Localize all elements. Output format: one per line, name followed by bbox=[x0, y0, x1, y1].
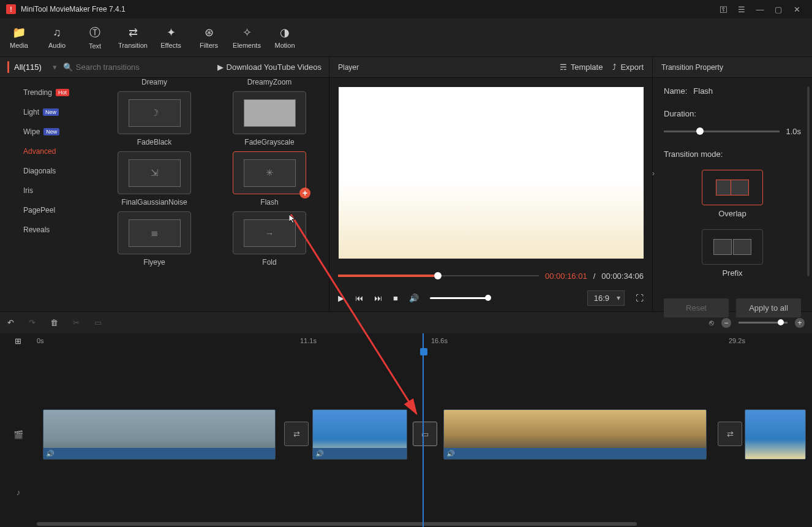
aspect-ratio-select[interactable]: 16:9 bbox=[587, 290, 625, 306]
spacer-track bbox=[0, 348, 812, 406]
apply-all-button[interactable]: Apply to all bbox=[736, 298, 801, 317]
tool-filters[interactable]: ⊛Filters bbox=[190, 18, 228, 56]
timeline-scrollbar[interactable] bbox=[0, 521, 812, 527]
add-track-icon[interactable]: ⊞ bbox=[15, 336, 21, 346]
mode-prefix-label: Prefix bbox=[722, 268, 742, 278]
reset-button[interactable]: Reset bbox=[664, 298, 729, 317]
close-icon[interactable]: ✕ bbox=[788, 5, 806, 14]
template-icon: ☴ bbox=[560, 63, 567, 72]
zoom-slider[interactable] bbox=[739, 322, 788, 324]
category-reveals[interactable]: Reveals bbox=[0, 220, 95, 240]
transition-label: Flyeye bbox=[143, 258, 165, 267]
transition-finalgaussiannoise[interactable]: ⇲FinalGaussianNoise bbox=[101, 151, 208, 207]
prev-icon[interactable]: ⏮ bbox=[355, 294, 363, 303]
crop-icon[interactable]: ▭ bbox=[94, 318, 102, 327]
clip-3[interactable]: 🔊 bbox=[443, 409, 707, 460]
progress-track[interactable] bbox=[338, 275, 539, 276]
timeline-ruler[interactable]: ⊞ 0s 11.1s 16.6s 29.2s bbox=[0, 333, 812, 348]
cut-icon[interactable]: ✂ bbox=[73, 318, 80, 327]
tool-media[interactable]: 📁Media bbox=[0, 18, 38, 56]
clip-1[interactable]: 🔊 bbox=[43, 409, 276, 460]
volume-slider[interactable] bbox=[430, 297, 488, 299]
search-input[interactable] bbox=[76, 63, 179, 72]
transition-fadeblack[interactable]: ☽FadeBlack bbox=[101, 91, 208, 146]
clip-4[interactable] bbox=[745, 409, 806, 460]
tool-audio[interactable]: ♫Audio bbox=[38, 18, 76, 56]
add-icon[interactable]: + bbox=[299, 188, 310, 199]
text-icon: Ⓣ bbox=[89, 25, 100, 40]
category-iris[interactable]: Iris bbox=[0, 181, 95, 200]
tool-elements[interactable]: ✧Elements bbox=[228, 18, 266, 56]
playhead[interactable] bbox=[423, 333, 424, 527]
effects-icon: ✦ bbox=[167, 26, 176, 39]
clip-2[interactable]: 🔊 bbox=[312, 409, 407, 460]
folder-icon: 📁 bbox=[12, 26, 26, 39]
transition-flash[interactable]: ✳+Flash bbox=[216, 151, 323, 207]
transition-icon: ⇄ bbox=[129, 26, 138, 39]
undo-icon[interactable]: ↶ bbox=[7, 318, 14, 327]
speaker-icon: 🔊 bbox=[46, 450, 55, 458]
ruler-mark: 16.6s bbox=[431, 337, 448, 344]
speaker-icon: 🔊 bbox=[315, 450, 324, 458]
duration-slider[interactable] bbox=[664, 131, 780, 132]
mode-overlap[interactable] bbox=[702, 170, 763, 205]
prop-scrollbar[interactable] bbox=[807, 86, 810, 276]
category-diagonals[interactable]: Diagonals bbox=[0, 161, 95, 181]
transition-slot-1[interactable]: ⇄ bbox=[284, 422, 309, 446]
mode-prefix[interactable] bbox=[702, 229, 763, 265]
transition-slot-2[interactable]: ▭ bbox=[413, 422, 437, 446]
transition-dreamy[interactable]: Dreamy bbox=[101, 78, 208, 86]
next-icon[interactable]: ⏭ bbox=[374, 294, 382, 303]
video-track: 🎬 🔊 ⇄ 🔊 ▭ 🔊 ⇄ bbox=[0, 406, 812, 463]
timeline: ⊞ 0s 11.1s 16.6s 29.2s 🎬 🔊 ⇄ 🔊 ▭ 🔊 ⇄ ♪ bbox=[0, 333, 812, 527]
transition-fadegrayscale[interactable]: FadeGrayscale bbox=[216, 91, 323, 146]
delete-icon[interactable]: 🗑 bbox=[50, 318, 58, 327]
fullscreen-icon[interactable]: ⛶ bbox=[636, 294, 644, 303]
prop-name-row: Name: Flash bbox=[664, 86, 801, 96]
category-light[interactable]: LightNew bbox=[0, 102, 95, 122]
motion-icon: ◑ bbox=[280, 26, 290, 39]
ruler-mark: 0s bbox=[37, 337, 44, 344]
category-advanced[interactable]: Advanced bbox=[0, 142, 95, 161]
stop-icon[interactable]: ■ bbox=[393, 294, 398, 303]
title-bar: ! MiniTool MovieMaker Free 7.4.1 ⚿ ☰ — ▢… bbox=[0, 0, 812, 18]
key-icon[interactable]: ⚿ bbox=[714, 5, 732, 14]
transition-fold[interactable]: →Fold bbox=[216, 211, 323, 267]
category-pagepeel[interactable]: PagePeel bbox=[0, 200, 95, 220]
tool-text[interactable]: ⓉText bbox=[76, 18, 114, 56]
music-icon: ♫ bbox=[53, 26, 61, 39]
play-icon[interactable]: ▶ bbox=[338, 294, 344, 303]
tool-motion[interactable]: ◑Motion bbox=[266, 18, 304, 56]
transition-dreamyzoom[interactable]: DreamyZoom bbox=[216, 78, 323, 86]
time-total: 00:00:34:06 bbox=[601, 271, 644, 281]
search-icon: 🔍 bbox=[63, 63, 73, 72]
template-button[interactable]: ☴Template bbox=[560, 63, 603, 72]
ruler-mark: 11.1s bbox=[300, 337, 317, 344]
menu-icon[interactable]: ☰ bbox=[732, 5, 751, 14]
property-title: Transition Property bbox=[653, 57, 812, 78]
search-transitions[interactable]: 🔍 bbox=[63, 63, 211, 72]
player-controls: ▶ ⏮ ⏭ ■ 🔊 16:9 ⛶ bbox=[329, 284, 652, 311]
redo-icon[interactable]: ↷ bbox=[29, 318, 36, 327]
app-title: MiniTool MovieMaker Free 7.4.1 bbox=[21, 5, 714, 13]
category-wipe[interactable]: WipeNew bbox=[0, 122, 95, 142]
export-button[interactable]: ⤴Export bbox=[612, 63, 644, 72]
transition-flyeye[interactable]: ≣Flyeye bbox=[101, 211, 208, 267]
tool-transition[interactable]: ⇄Transition bbox=[114, 18, 152, 56]
prop-duration-label: Duration: bbox=[664, 109, 696, 118]
audio-track: ♪ bbox=[0, 463, 812, 521]
speaker-icon: 🔊 bbox=[446, 450, 455, 458]
tool-effects[interactable]: ✦Effects bbox=[152, 18, 190, 56]
transition-label: FinalGaussianNoise bbox=[121, 198, 187, 207]
transition-label: Flash bbox=[260, 198, 278, 207]
minimize-icon[interactable]: — bbox=[751, 5, 769, 14]
app-logo: ! bbox=[6, 4, 16, 14]
prop-name-value: Flash bbox=[693, 86, 713, 96]
maximize-icon[interactable]: ▢ bbox=[769, 5, 788, 14]
category-trending[interactable]: TrendingHot bbox=[0, 83, 95, 102]
transition-slot-3[interactable]: ⇄ bbox=[718, 422, 742, 446]
download-youtube-link[interactable]: ▶ Download YouTube Videos bbox=[217, 63, 321, 72]
all-button[interactable]: All(115) bbox=[7, 61, 47, 73]
transition-label: FadeGrayscale bbox=[244, 138, 294, 146]
volume-icon[interactable]: 🔊 bbox=[409, 294, 419, 303]
